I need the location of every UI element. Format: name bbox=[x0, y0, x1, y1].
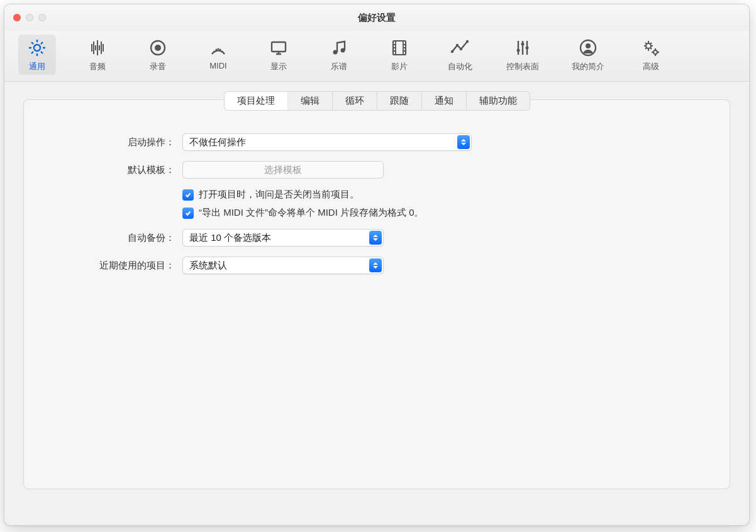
svg-point-6 bbox=[216, 49, 218, 51]
check-label: 打开项目时，询问是否关闭当前项目。 bbox=[199, 189, 359, 201]
toolbar-label: 录音 bbox=[150, 61, 166, 72]
toolbar-automation[interactable]: 自动化 bbox=[441, 35, 479, 75]
svg-point-14 bbox=[460, 48, 462, 50]
toolbar-label: 音频 bbox=[89, 61, 106, 72]
toolbar-control-surface[interactable]: 控制表面 bbox=[501, 35, 544, 75]
subtab-project-handling[interactable]: 项目处理 bbox=[225, 92, 288, 110]
toolbar-label: 高级 bbox=[643, 61, 659, 72]
svg-point-16 bbox=[517, 49, 520, 52]
recent-value: 系统默认 bbox=[189, 260, 227, 272]
svg-point-21 bbox=[646, 43, 651, 48]
content-area: 项目处理 编辑 循环 跟随 通知 辅助功能 启动操作： 不做任何操作 默认模板：… bbox=[4, 82, 749, 525]
gears-icon bbox=[640, 37, 662, 58]
record-icon bbox=[147, 37, 169, 58]
startup-value: 不做任何操作 bbox=[189, 136, 246, 148]
midi-icon bbox=[208, 37, 229, 58]
svg-point-22 bbox=[653, 50, 657, 54]
dropdown-arrows-icon bbox=[369, 258, 382, 272]
titlebar: 偏好设置 bbox=[4, 4, 749, 31]
startup-label: 启动操作： bbox=[36, 136, 175, 148]
template-button-label: 选择模板 bbox=[264, 164, 302, 176]
svg-point-20 bbox=[586, 43, 591, 48]
toolbar-recording[interactable]: 录音 bbox=[139, 35, 177, 75]
checkbox-checked-icon bbox=[182, 189, 194, 201]
toolbar-label: 自动化 bbox=[448, 61, 472, 72]
window-title: 偏好设置 bbox=[4, 12, 749, 24]
svg-point-2 bbox=[155, 45, 161, 51]
notes-icon bbox=[328, 37, 350, 58]
toolbar-label: 影片 bbox=[391, 61, 408, 72]
subtab-accessibility[interactable]: 辅助功能 bbox=[467, 92, 530, 110]
svg-point-13 bbox=[456, 44, 459, 47]
svg-point-18 bbox=[526, 47, 529, 50]
toolbar-advanced[interactable]: 高级 bbox=[632, 35, 670, 75]
subtab-loop[interactable]: 循环 bbox=[333, 92, 377, 110]
subtabs: 项目处理 编辑 循环 跟随 通知 辅助功能 bbox=[224, 91, 530, 111]
startup-select[interactable]: 不做任何操作 bbox=[182, 133, 472, 151]
svg-point-5 bbox=[221, 51, 223, 53]
subtab-edit[interactable]: 编辑 bbox=[288, 92, 333, 110]
svg-point-17 bbox=[521, 43, 525, 46]
user-icon bbox=[577, 37, 599, 58]
automation-icon bbox=[449, 37, 470, 58]
svg-point-12 bbox=[451, 50, 453, 53]
toolbar-display[interactable]: 显示 bbox=[260, 35, 297, 75]
toolbar: 通用 音频 录音 MIDI 显示 bbox=[4, 31, 749, 82]
subtab-notification[interactable]: 通知 bbox=[422, 92, 467, 110]
dropdown-arrows-icon bbox=[369, 231, 382, 245]
checkbox-checked-icon bbox=[182, 208, 194, 219]
sliders-icon bbox=[512, 37, 533, 58]
svg-point-15 bbox=[466, 40, 469, 43]
backup-select[interactable]: 最近 10 个备选版本 bbox=[182, 229, 384, 247]
toolbar-general[interactable]: 通用 bbox=[18, 35, 56, 75]
toolbar-video[interactable]: 影片 bbox=[381, 35, 418, 75]
recent-select[interactable]: 系统默认 bbox=[182, 257, 384, 274]
toolbar-label: 显示 bbox=[270, 61, 287, 72]
subtab-follow[interactable]: 跟随 bbox=[377, 92, 422, 110]
svg-point-7 bbox=[220, 49, 221, 51]
svg-point-0 bbox=[34, 45, 40, 51]
check-ask-close[interactable]: 打开项目时，询问是否关闭当前项目。 bbox=[182, 189, 730, 201]
settings-panel: 项目处理 编辑 循环 跟随 通知 辅助功能 启动操作： 不做任何操作 默认模板：… bbox=[23, 99, 730, 489]
svg-point-3 bbox=[214, 51, 216, 53]
choose-template-button[interactable]: 选择模板 bbox=[182, 161, 384, 179]
dropdown-arrows-icon bbox=[457, 135, 470, 149]
template-label: 默认模板： bbox=[36, 164, 175, 176]
preferences-window: 偏好设置 通用 音频 录音 MIDI bbox=[4, 4, 750, 526]
toolbar-midi[interactable]: MIDI bbox=[199, 35, 237, 75]
svg-point-4 bbox=[218, 48, 220, 50]
toolbar-audio[interactable]: 音频 bbox=[79, 35, 116, 75]
waveform-icon bbox=[87, 37, 108, 58]
toolbar-label: 通用 bbox=[29, 61, 45, 72]
toolbar-label: 乐谱 bbox=[331, 61, 347, 72]
check-export-midi[interactable]: “导出 MIDI 文件”命令将单个 MIDI 片段存储为格式 0。 bbox=[182, 207, 730, 219]
monitor-icon bbox=[268, 37, 289, 58]
backup-label: 自动备份： bbox=[36, 232, 175, 244]
toolbar-profile[interactable]: 我的简介 bbox=[567, 35, 609, 75]
backup-value: 最近 10 个备选版本 bbox=[189, 232, 271, 244]
toolbar-score[interactable]: 乐谱 bbox=[320, 35, 358, 75]
film-icon bbox=[389, 37, 410, 58]
form: 启动操作： 不做任何操作 默认模板： 选择模板 打开项目时，询问是否关闭当前项目… bbox=[24, 133, 730, 274]
toolbar-label: 我的简介 bbox=[572, 61, 604, 72]
recent-label: 近期使用的项目： bbox=[36, 260, 175, 272]
toolbar-label: MIDI bbox=[209, 61, 226, 70]
gear-icon bbox=[26, 37, 48, 58]
svg-rect-8 bbox=[272, 42, 286, 52]
toolbar-label: 控制表面 bbox=[506, 61, 539, 72]
check-label: “导出 MIDI 文件”命令将单个 MIDI 片段存储为格式 0。 bbox=[199, 207, 424, 219]
